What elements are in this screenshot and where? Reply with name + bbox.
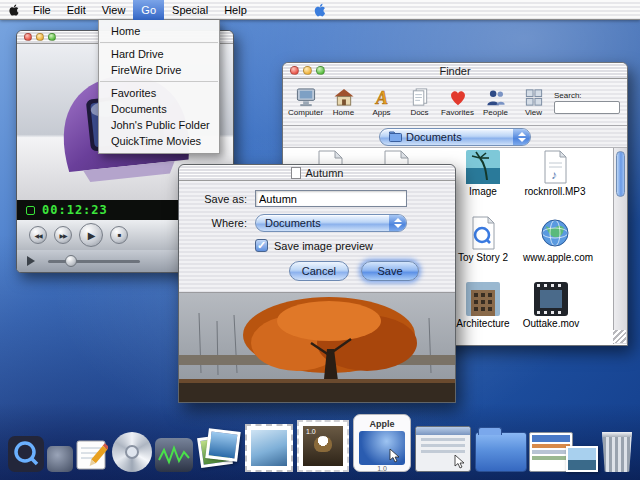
save-as-label: Save as: — [193, 193, 247, 205]
textedit-dock-icon[interactable] — [74, 438, 108, 472]
resize-grip[interactable] — [613, 330, 626, 343]
save-button[interactable]: Save — [361, 261, 419, 281]
toolbar-label: Home — [326, 108, 361, 117]
window-thumb-line — [421, 444, 465, 447]
app-dock-icon[interactable] — [47, 446, 73, 472]
close-button[interactable] — [290, 66, 299, 75]
quicktime-player-dock-icon[interactable] — [8, 436, 44, 472]
document-icon — [291, 167, 301, 179]
menu-item-hard-drive[interactable]: Hard Drive — [99, 46, 219, 62]
heart-icon — [446, 87, 470, 108]
computer-icon — [294, 87, 318, 108]
popup-arrows-icon — [389, 215, 406, 231]
menu-item-firewire-drive[interactable]: FireWire Drive — [99, 62, 219, 78]
file-label: Toy Story 2 — [451, 252, 515, 263]
window-title: Finder — [283, 65, 627, 77]
where-popup-label: Documents — [265, 217, 321, 229]
webpage-line — [532, 450, 570, 454]
menu-bar: File Edit View Go Special Help — [0, 0, 640, 20]
file-label: Outtake.mov — [519, 318, 583, 329]
file-toy-story-2[interactable]: Toy Story 2 — [451, 216, 515, 263]
svg-text:A: A — [374, 88, 387, 108]
save-dialog-titlebar[interactable]: Autumn — [179, 165, 455, 181]
close-button[interactable] — [24, 33, 32, 41]
rewind-button[interactable]: ◀◀ — [29, 226, 47, 244]
where-label: Where: — [193, 217, 247, 229]
apps-icon: A — [370, 87, 394, 108]
file-architecture[interactable]: Architecture — [451, 282, 515, 329]
toolbar-docs-button[interactable]: Docs — [402, 87, 437, 117]
browser-window-dock-icon[interactable] — [415, 426, 471, 472]
scrollbar-thumb[interactable] — [616, 151, 625, 197]
cancel-button[interactable]: Cancel — [289, 261, 349, 281]
file-image[interactable]: Image — [451, 150, 515, 197]
fast-forward-button[interactable]: ▶▶ — [54, 226, 72, 244]
timecode-display: 00:12:23 — [42, 203, 108, 217]
stop-button[interactable]: ■ — [110, 226, 128, 244]
where-popup[interactable]: Documents — [255, 214, 407, 232]
minimize-button[interactable] — [36, 33, 44, 41]
stamp-artwork: 1.0 — [303, 426, 343, 466]
menu-item-documents[interactable]: Documents — [99, 101, 219, 117]
toolbar-label: Computer — [288, 108, 323, 117]
toolbar-people-button[interactable]: People — [478, 87, 513, 117]
zoom-button[interactable] — [316, 66, 325, 75]
macos-poster-dock-icon[interactable]: Apple 1.0 — [353, 414, 411, 472]
file-rocknroll-mp3[interactable]: ♪ rocknroll.MP3 — [523, 150, 587, 197]
menu-item-johns-public-folder[interactable]: John's Public Folder — [99, 117, 219, 133]
stamp-version-label: 1.0 — [306, 428, 316, 435]
mail-dock-icon[interactable] — [245, 424, 293, 472]
menu-file[interactable]: File — [25, 0, 59, 20]
window-thumb-line — [421, 438, 465, 441]
photos-dock-icon[interactable] — [197, 428, 241, 472]
save-as-input[interactable] — [255, 190, 407, 207]
photo-thumb — [205, 428, 240, 462]
menu-help[interactable]: Help — [216, 0, 255, 20]
menu-item-favorites[interactable]: Favorites — [99, 85, 219, 101]
menu-view[interactable]: View — [94, 0, 134, 20]
minimize-button[interactable] — [303, 66, 312, 75]
volume-knob[interactable] — [65, 255, 77, 267]
path-popup[interactable]: Documents — [379, 128, 531, 146]
finder-titlebar[interactable]: Finder — [283, 63, 627, 79]
menu-item-home[interactable]: Home — [99, 23, 219, 39]
menu-separator — [100, 42, 218, 43]
webpage-line — [532, 444, 570, 448]
file-label: rocknroll.MP3 — [523, 186, 587, 197]
webpage-line — [532, 456, 570, 460]
save-dialog-window: Autumn Save as: Where: Documents ✓ Save … — [178, 164, 456, 403]
search-input[interactable] — [554, 101, 620, 114]
toolbar-apps-button[interactable]: A Apps — [364, 87, 399, 117]
zoom-button[interactable] — [48, 33, 56, 41]
trash-dock-icon[interactable] — [600, 432, 634, 472]
menu-go[interactable]: Go — [133, 0, 164, 20]
menu-special[interactable]: Special — [164, 0, 216, 20]
toolbar-home-button[interactable]: Home — [326, 87, 361, 117]
apple-menu-icon[interactable] — [7, 3, 21, 17]
menu-edit[interactable]: Edit — [59, 0, 94, 20]
file-outtake-mov[interactable]: Outtake.mov — [519, 282, 583, 329]
toolbar-favorites-button[interactable]: Favorites — [440, 87, 475, 117]
eagle-icon — [314, 436, 332, 452]
toolbar-view-button[interactable]: View — [516, 87, 551, 117]
autumn-scene — [179, 293, 455, 402]
dvd-player-dock-icon[interactable] — [112, 432, 152, 472]
apple-logo-icon — [312, 2, 328, 18]
save-image-preview-checkbox[interactable]: ✓ — [255, 239, 268, 252]
webpage-header — [532, 435, 570, 442]
documents-folder-dock-icon[interactable] — [475, 432, 527, 472]
vertical-scrollbar[interactable] — [613, 148, 627, 344]
file-www-apple-com[interactable]: www.apple.com — [523, 216, 587, 263]
play-button[interactable]: ▶ — [79, 223, 103, 247]
file-label: www.apple.com — [523, 252, 587, 263]
eagle-stamp-dock-icon[interactable]: 1.0 — [297, 420, 349, 472]
menu-item-quicktime-movies[interactable]: QuickTime Movies — [99, 133, 219, 149]
file-label: Architecture — [451, 318, 515, 329]
volume-slider[interactable] — [48, 260, 140, 263]
picture-dock-icon[interactable] — [566, 446, 598, 472]
folder-icon — [389, 131, 402, 142]
poster-title: Apple — [359, 419, 405, 429]
music-player-dock-icon[interactable] — [155, 438, 193, 472]
film-frame-icon — [534, 282, 568, 316]
toolbar-computer-button[interactable]: Computer — [288, 87, 323, 117]
